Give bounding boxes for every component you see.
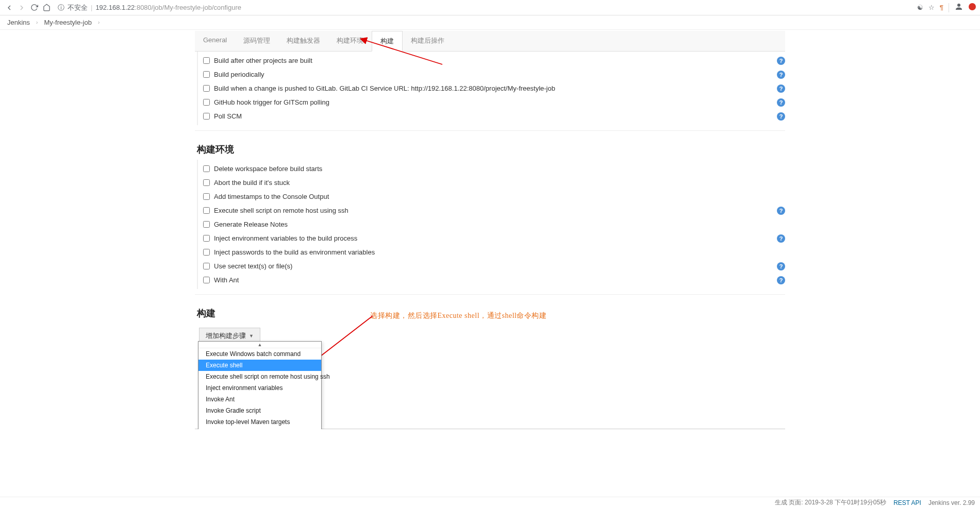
app-badge-icon[interactable] xyxy=(969,3,976,12)
dropdown-item[interactable]: Invoke top-level Maven targets xyxy=(198,416,321,428)
checkbox-delete-ws[interactable] xyxy=(203,165,210,172)
url-path: /job/My-freestyle-job/configure xyxy=(152,4,241,11)
dropdown-item[interactable]: Execute Windows batch command xyxy=(198,348,321,360)
trigger-gitlab-push: Build when a change is pushed to GitLab.… xyxy=(203,81,785,95)
checkbox-periodically[interactable] xyxy=(203,71,210,78)
help-icon[interactable]: ? xyxy=(777,276,785,284)
star-icon[interactable]: ☆ xyxy=(928,4,935,11)
dropdown-item[interactable]: Invoke Ant xyxy=(198,394,321,405)
trigger-build-after: Build after other projects are built ? xyxy=(203,54,785,67)
dropdown-item[interactable]: Inject environment variables xyxy=(198,382,321,394)
checkbox-gitlab-push[interactable] xyxy=(203,85,210,92)
back-icon[interactable] xyxy=(4,3,14,13)
url-port: :8080 xyxy=(135,4,152,11)
tab-build[interactable]: 构建 xyxy=(372,31,403,52)
breadcrumb-job[interactable]: My-freestyle-job xyxy=(44,19,91,26)
help-icon[interactable]: ? xyxy=(777,207,785,215)
dropdown-item[interactable]: Invoke Gradle script xyxy=(198,405,321,416)
checkbox-timestamps[interactable] xyxy=(203,193,210,200)
checkbox-github-hook[interactable] xyxy=(203,99,210,106)
checkbox-with-ant[interactable] xyxy=(203,277,210,283)
help-icon[interactable]: ? xyxy=(777,71,785,79)
paragraph-icon[interactable]: ¶ xyxy=(940,4,943,11)
dropdown-item[interactable]: Execute shell script on remote host usin… xyxy=(198,371,321,382)
help-icon[interactable]: ? xyxy=(777,98,785,107)
tab-env[interactable]: 构建环境 xyxy=(328,31,372,51)
info-icon: ⓘ xyxy=(58,3,64,12)
dropdown-item[interactable]: JIRA: Add related environment variables … xyxy=(198,428,321,429)
help-icon[interactable]: ? xyxy=(777,234,785,243)
breadcrumb-root[interactable]: Jenkins xyxy=(7,19,30,26)
chevron-right-icon: › xyxy=(36,20,38,25)
help-icon[interactable]: ? xyxy=(777,112,785,121)
checkbox-inject-env[interactable] xyxy=(203,235,210,242)
trigger-periodically: Build periodically ? xyxy=(203,67,785,81)
checkbox-poll-scm[interactable] xyxy=(203,113,210,120)
tab-trigger[interactable]: 构建触发器 xyxy=(278,31,328,51)
build-step-dropdown: ▲ Execute Windows batch commandExecute s… xyxy=(198,341,322,429)
caret-down-icon: ▼ xyxy=(249,333,254,338)
checkbox-inject-pwd[interactable] xyxy=(203,249,210,256)
tab-post[interactable]: 构建后操作 xyxy=(403,31,453,51)
help-icon[interactable]: ? xyxy=(777,57,785,65)
svg-point-0 xyxy=(957,4,960,7)
env-section: Delete workspace before build starts Abo… xyxy=(197,160,785,289)
dropdown-item[interactable]: Execute shell xyxy=(198,360,321,371)
translate-icon[interactable]: ☯ xyxy=(917,4,923,11)
breadcrumb: Jenkins › My-freestyle-job › xyxy=(0,15,980,30)
address-bar[interactable]: ⓘ 不安全 | 192.168.1.22:8080/job/My-freesty… xyxy=(58,3,915,12)
home-icon[interactable] xyxy=(41,3,52,13)
tab-general[interactable]: General xyxy=(195,31,235,51)
checkbox-abort-stuck[interactable] xyxy=(203,179,210,186)
dropdown-scroll-up-icon[interactable]: ▲ xyxy=(198,342,321,348)
account-icon[interactable] xyxy=(954,2,964,13)
checkbox-build-after[interactable] xyxy=(203,57,210,64)
insecure-label: 不安全 xyxy=(68,3,88,12)
url-host: 192.168.1.22 xyxy=(95,4,135,11)
browser-toolbar: ⓘ 不安全 | 192.168.1.22:8080/job/My-freesty… xyxy=(0,0,980,15)
forward-icon[interactable] xyxy=(16,3,27,13)
reload-icon[interactable] xyxy=(29,3,39,13)
checkbox-secret[interactable] xyxy=(203,263,210,269)
annotation-text: 选择构建，然后选择Execute shell，通过shell命令构建 xyxy=(370,311,546,320)
checkbox-exec-ssh[interactable] xyxy=(203,207,210,214)
help-icon[interactable]: ? xyxy=(777,262,785,270)
triggers-section: Build after other projects are built ? B… xyxy=(197,52,785,125)
config-tabs: General 源码管理 构建触发器 构建环境 构建 构建后操作 xyxy=(195,31,785,52)
section-title-env: 构建环境 xyxy=(195,135,785,160)
checkbox-release-notes[interactable] xyxy=(203,221,210,228)
trigger-github-hook: GitHub hook trigger for GITScm polling ? xyxy=(203,95,785,109)
help-icon[interactable]: ? xyxy=(777,84,785,93)
chevron-right-icon: › xyxy=(98,20,99,25)
trigger-poll-scm: Poll SCM ? xyxy=(203,109,785,123)
tab-scm[interactable]: 源码管理 xyxy=(235,31,278,51)
